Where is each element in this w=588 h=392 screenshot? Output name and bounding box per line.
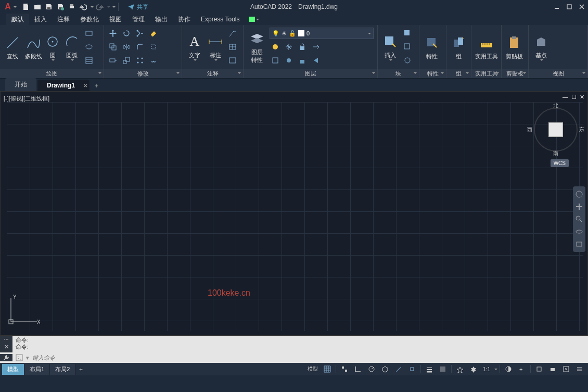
panel-view-title[interactable]: 视图: [529, 69, 587, 78]
hardware-accel-icon[interactable]: [546, 363, 559, 375]
print-icon[interactable]: [67, 2, 77, 12]
customize-icon[interactable]: [0, 354, 12, 361]
view-cube[interactable]: 北 南 东 西: [532, 106, 579, 153]
tab-view[interactable]: 视图: [104, 14, 127, 26]
create-block-icon[interactable]: [402, 28, 413, 39]
pan-icon[interactable]: [574, 202, 584, 211]
customize-status-icon[interactable]: [573, 363, 586, 375]
grid-toggle-icon[interactable]: [321, 363, 334, 375]
undo-dropdown-icon[interactable]: [91, 6, 94, 8]
drawing-area[interactable]: [-][俯视][二维线框] — ☐ ✕ 100keke.cn X Y 北 南 东…: [0, 91, 588, 336]
panel-properties-title[interactable]: 特性: [419, 69, 446, 78]
layout-tab-2[interactable]: 布局2: [50, 364, 75, 375]
dimension-button[interactable]: 标注: [206, 28, 225, 66]
rectangle-icon[interactable]: [83, 28, 95, 39]
table-icon[interactable]: [227, 41, 238, 53]
annotation-monitor-icon[interactable]: +: [516, 363, 528, 375]
osnap-icon[interactable]: [406, 363, 418, 375]
annotation-scale[interactable]: 1:1: [481, 366, 492, 372]
layout-tab-1[interactable]: 布局1: [24, 364, 50, 375]
leader-icon[interactable]: [227, 28, 238, 39]
tab-default[interactable]: 默认: [6, 14, 29, 26]
layer-freeze-icon[interactable]: [283, 41, 295, 53]
viewport-min-icon[interactable]: —: [563, 94, 568, 100]
circle-button[interactable]: 圆: [45, 28, 60, 66]
command-close-icon[interactable]: ✕: [4, 344, 9, 350]
rotate-icon[interactable]: [121, 28, 132, 39]
layer-unlock-icon[interactable]: [297, 55, 308, 66]
viewport-max-icon[interactable]: ☐: [571, 94, 577, 100]
panel-blocks-title[interactable]: 块: [378, 69, 419, 78]
tab-express[interactable]: Express Tools: [196, 14, 245, 24]
attributes-icon[interactable]: [402, 55, 413, 66]
polar-tracking-icon[interactable]: [365, 363, 378, 375]
polyline-button[interactable]: 多段线: [24, 28, 43, 66]
command-handle[interactable]: ✕: [0, 336, 12, 352]
layer-off-icon[interactable]: [270, 41, 281, 53]
mirror-icon[interactable]: [121, 41, 132, 53]
maximize-icon[interactable]: [563, 2, 576, 12]
insert-block-button[interactable]: 插入: [381, 28, 400, 66]
file-tab-drawing1[interactable]: Drawing1 ✕: [37, 80, 90, 91]
layout-add-icon[interactable]: ＋: [75, 365, 86, 373]
tab-collab[interactable]: 协作: [173, 14, 196, 26]
transparency-icon[interactable]: [437, 363, 449, 375]
layer-iso-icon[interactable]: [270, 55, 281, 66]
offset-icon[interactable]: [148, 55, 159, 66]
command-input[interactable]: [32, 355, 188, 361]
full-nav-icon[interactable]: [574, 189, 584, 199]
show-motion-icon[interactable]: [574, 239, 584, 249]
array-icon[interactable]: [134, 55, 146, 66]
explode-icon[interactable]: [148, 41, 159, 53]
featured-apps-icon[interactable]: [249, 15, 259, 23]
layer-thaw-icon[interactable]: [283, 55, 295, 66]
layer-properties-button[interactable]: 图层 特性: [247, 28, 267, 66]
erase-icon[interactable]: [148, 28, 159, 39]
lineweight-icon[interactable]: [423, 363, 436, 375]
orbit-icon[interactable]: [574, 227, 584, 236]
viewport-close-icon[interactable]: ✕: [580, 94, 584, 100]
redo-dropdown-icon[interactable]: [107, 6, 110, 8]
panel-layers-title[interactable]: 图层: [244, 69, 377, 78]
layer-selector[interactable]: 💡 ☀ 🔓 0: [270, 28, 374, 39]
tab-insert[interactable]: 插入: [29, 14, 52, 26]
redo-icon[interactable]: [95, 2, 105, 12]
save-icon[interactable]: [44, 2, 54, 12]
hatch-icon[interactable]: [83, 55, 95, 66]
annotation-visibility-icon[interactable]: [454, 363, 466, 375]
new-file-icon[interactable]: [21, 2, 31, 12]
text-button[interactable]: A 文字: [185, 28, 204, 66]
open-file-icon[interactable]: [32, 2, 43, 12]
stretch-icon[interactable]: [107, 55, 119, 66]
layer-prev-icon[interactable]: [310, 55, 322, 66]
edit-block-icon[interactable]: [402, 41, 413, 53]
panel-draw-title[interactable]: 绘图: [0, 69, 104, 78]
layer-match-icon[interactable]: [310, 41, 322, 53]
file-tab-add-icon[interactable]: ＋: [91, 80, 102, 91]
snap-mode-icon[interactable]: [338, 363, 351, 375]
tab-manage[interactable]: 管理: [127, 14, 150, 26]
qat-customize-icon[interactable]: [112, 6, 116, 8]
group-button[interactable]: 组: [450, 28, 468, 66]
tab-close-icon[interactable]: ✕: [83, 83, 87, 88]
copy-icon[interactable]: [107, 41, 119, 53]
clean-screen-icon[interactable]: [560, 363, 572, 375]
properties-button[interactable]: 特性: [423, 28, 441, 66]
line-button[interactable]: 直线: [3, 28, 22, 66]
panel-modify-title[interactable]: 修改: [104, 69, 182, 78]
panel-annotate-title[interactable]: 注释: [182, 69, 243, 78]
status-model-btn[interactable]: 模型: [305, 365, 320, 373]
isolate-objects-icon[interactable]: [533, 363, 545, 375]
autoscale-icon[interactable]: [467, 363, 480, 375]
save-as-icon[interactable]: [55, 2, 66, 12]
paste-button[interactable]: 剪贴板: [505, 28, 523, 66]
tab-parametric[interactable]: 参数化: [75, 14, 104, 26]
base-view-button[interactable]: 基点: [532, 28, 551, 66]
isodraft-icon[interactable]: [379, 363, 391, 375]
mtext-icon[interactable]: [227, 55, 238, 66]
trim-icon[interactable]: [134, 28, 146, 39]
viewport-label[interactable]: [-][俯视][二维线框]: [4, 95, 49, 103]
close-icon[interactable]: [576, 2, 588, 12]
scale-icon[interactable]: [121, 55, 132, 66]
ortho-icon[interactable]: [352, 363, 364, 375]
